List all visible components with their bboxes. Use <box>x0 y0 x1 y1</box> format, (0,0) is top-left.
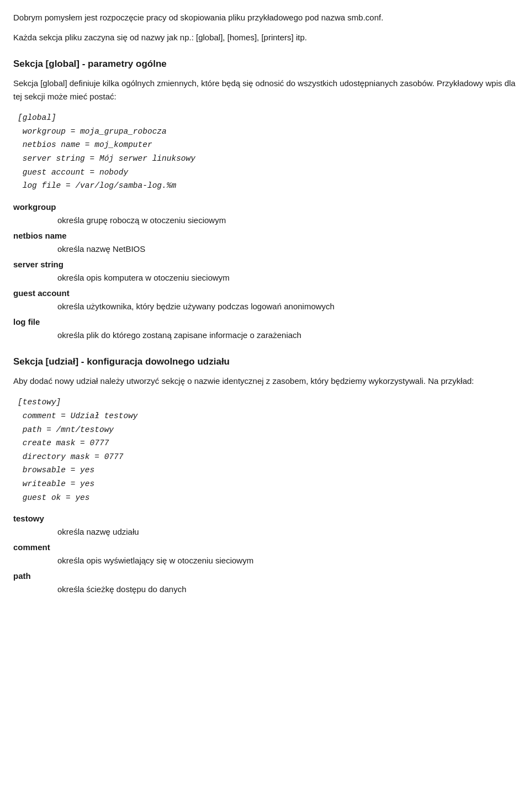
term-desc: określa grupę roboczą w otoczeniu siecio… <box>57 214 517 227</box>
term-item: log fileokreśla plik do którego zostaną … <box>13 315 517 342</box>
section-global-terms: workgroupokreśla grupę roboczą w otoczen… <box>13 201 517 342</box>
intro-p1: Dobrym pomysłem jest rozpoczęcie pracy o… <box>13 11 517 24</box>
term-desc: określa opis komputera w otoczeniu sieci… <box>57 271 517 284</box>
term-name: log file <box>13 317 40 326</box>
term-desc: określa ścieżkę dostępu do danych <box>57 583 517 596</box>
intro-p2: Każda sekcja pliku zaczyna się od nazwy … <box>13 31 517 44</box>
section-global-desc: Sekcja [global] definiuje kilka ogólnych… <box>13 77 517 103</box>
section-global-heading: Sekcja [global] - parametry ogólne <box>13 56 517 71</box>
section-udzial-desc1: Aby dodać nowy udział należy utworzyć se… <box>13 375 517 388</box>
term-item: pathokreśla ścieżkę dostępu do danych <box>13 570 517 596</box>
term-name: workgroup <box>13 202 56 212</box>
section-udzial-heading: Sekcja [udział] - konfiguracja dowolnego… <box>13 354 517 369</box>
term-item: workgroupokreśla grupę roboczą w otoczen… <box>13 201 517 227</box>
term-item: guest accountokreśla użytkownika, który … <box>13 287 517 313</box>
term-item: testowyokreśla nazwę udziału <box>13 512 517 539</box>
section-udzial-code: [testowy] comment = Udział testowy path … <box>18 396 517 504</box>
term-desc: określa nazwę udziału <box>57 525 517 539</box>
term-name: testowy <box>13 514 44 523</box>
section-udzial-terms: testowyokreśla nazwę udziałucommentokreś… <box>13 512 517 596</box>
term-desc: określa plik do którego zostaną zapisane… <box>57 329 517 342</box>
term-name: server string <box>13 260 63 269</box>
term-item: server stringokreśla opis komputera w ot… <box>13 258 517 284</box>
term-name: comment <box>13 542 50 552</box>
term-desc: określa opis wyświetlający się w otoczen… <box>57 554 517 567</box>
term-desc: określa użytkownika, który będzie używan… <box>57 300 517 313</box>
term-desc: określa nazwę NetBIOS <box>57 242 517 256</box>
term-item: commentokreśla opis wyświetlający się w … <box>13 541 517 567</box>
term-name: guest account <box>13 288 70 298</box>
term-name: path <box>13 571 31 581</box>
term-item: netbios nameokreśla nazwę NetBIOS <box>13 229 517 256</box>
term-name: netbios name <box>13 231 67 240</box>
section-global-code: [global] workgroup = moja_grupa_robocza … <box>18 111 517 193</box>
